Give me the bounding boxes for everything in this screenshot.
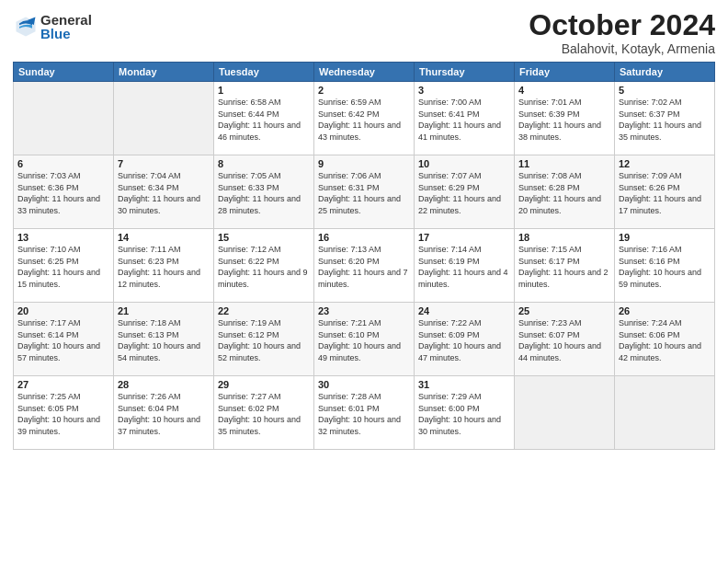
header: General Blue October 2024 Balahovit, Kot… bbox=[13, 9, 715, 56]
calendar-week-row: 13Sunrise: 7:10 AMSunset: 6:25 PMDayligh… bbox=[14, 229, 715, 303]
calendar-cell: 31Sunrise: 7:29 AMSunset: 6:00 PMDayligh… bbox=[415, 376, 515, 450]
calendar-cell: 21Sunrise: 7:18 AMSunset: 6:13 PMDayligh… bbox=[114, 303, 214, 376]
day-detail: Sunrise: 7:22 AMSunset: 6:09 PMDaylight:… bbox=[418, 317, 510, 363]
calendar-cell bbox=[615, 376, 715, 450]
calendar-cell: 22Sunrise: 7:19 AMSunset: 6:12 PMDayligh… bbox=[214, 303, 314, 376]
calendar-cell: 16Sunrise: 7:13 AMSunset: 6:20 PMDayligh… bbox=[314, 229, 415, 303]
day-detail: Sunrise: 7:07 AMSunset: 6:29 PMDaylight:… bbox=[418, 170, 510, 216]
day-detail: Sunrise: 7:21 AMSunset: 6:10 PMDaylight:… bbox=[318, 317, 410, 363]
day-number: 15 bbox=[218, 232, 310, 243]
calendar-week-row: 1Sunrise: 6:58 AMSunset: 6:44 PMDaylight… bbox=[14, 82, 715, 155]
calendar-cell: 24Sunrise: 7:22 AMSunset: 6:09 PMDayligh… bbox=[415, 303, 515, 376]
day-number: 21 bbox=[118, 305, 210, 316]
calendar-cell: 8Sunrise: 7:05 AMSunset: 6:33 PMDaylight… bbox=[214, 155, 314, 229]
day-number: 2 bbox=[318, 85, 410, 96]
calendar-cell bbox=[515, 376, 615, 450]
weekday-header-tuesday: Tuesday bbox=[214, 63, 314, 82]
logo-text: General Blue bbox=[40, 13, 92, 40]
calendar-cell: 30Sunrise: 7:28 AMSunset: 6:01 PMDayligh… bbox=[314, 376, 415, 450]
day-number: 27 bbox=[17, 379, 109, 390]
title-block: October 2024 Balahovit, Kotayk, Armenia bbox=[529, 9, 715, 56]
logo-icon bbox=[13, 14, 39, 40]
weekday-header-monday: Monday bbox=[114, 63, 214, 82]
day-number: 30 bbox=[318, 379, 410, 390]
logo-blue: Blue bbox=[40, 27, 92, 40]
calendar-cell: 2Sunrise: 6:59 AMSunset: 6:42 PMDaylight… bbox=[314, 82, 415, 155]
calendar-cell: 17Sunrise: 7:14 AMSunset: 6:19 PMDayligh… bbox=[415, 229, 515, 303]
calendar-cell: 26Sunrise: 7:24 AMSunset: 6:06 PMDayligh… bbox=[615, 303, 715, 376]
day-detail: Sunrise: 7:06 AMSunset: 6:31 PMDaylight:… bbox=[318, 170, 410, 216]
weekday-header-thursday: Thursday bbox=[415, 63, 515, 82]
calendar-cell: 20Sunrise: 7:17 AMSunset: 6:14 PMDayligh… bbox=[14, 303, 114, 376]
day-number: 13 bbox=[17, 232, 109, 243]
day-number: 3 bbox=[418, 85, 510, 96]
day-detail: Sunrise: 7:24 AMSunset: 6:06 PMDaylight:… bbox=[619, 317, 711, 363]
day-detail: Sunrise: 7:14 AMSunset: 6:19 PMDaylight:… bbox=[418, 244, 510, 290]
weekday-header-sunday: Sunday bbox=[14, 63, 114, 82]
day-number: 9 bbox=[318, 158, 410, 169]
weekday-header-wednesday: Wednesday bbox=[314, 63, 415, 82]
day-detail: Sunrise: 7:18 AMSunset: 6:13 PMDaylight:… bbox=[118, 317, 210, 363]
day-number: 7 bbox=[118, 158, 210, 169]
day-number: 6 bbox=[17, 158, 109, 169]
weekday-header-saturday: Saturday bbox=[615, 63, 715, 82]
day-detail: Sunrise: 6:59 AMSunset: 6:42 PMDaylight:… bbox=[318, 97, 410, 143]
logo-general: General bbox=[40, 13, 92, 27]
day-number: 22 bbox=[218, 305, 310, 316]
day-detail: Sunrise: 7:15 AMSunset: 6:17 PMDaylight:… bbox=[518, 244, 610, 290]
day-detail: Sunrise: 7:03 AMSunset: 6:36 PMDaylight:… bbox=[17, 170, 109, 216]
day-detail: Sunrise: 7:27 AMSunset: 6:02 PMDaylight:… bbox=[218, 391, 310, 437]
day-number: 4 bbox=[518, 85, 610, 96]
calendar-week-row: 6Sunrise: 7:03 AMSunset: 6:36 PMDaylight… bbox=[14, 155, 715, 229]
day-number: 17 bbox=[418, 232, 510, 243]
day-detail: Sunrise: 7:05 AMSunset: 6:33 PMDaylight:… bbox=[218, 170, 310, 216]
calendar-cell: 18Sunrise: 7:15 AMSunset: 6:17 PMDayligh… bbox=[515, 229, 615, 303]
day-detail: Sunrise: 6:58 AMSunset: 6:44 PMDaylight:… bbox=[218, 97, 310, 143]
day-number: 29 bbox=[218, 379, 310, 390]
calendar-cell: 14Sunrise: 7:11 AMSunset: 6:23 PMDayligh… bbox=[114, 229, 214, 303]
calendar-cell: 10Sunrise: 7:07 AMSunset: 6:29 PMDayligh… bbox=[415, 155, 515, 229]
calendar-cell: 7Sunrise: 7:04 AMSunset: 6:34 PMDaylight… bbox=[114, 155, 214, 229]
day-number: 10 bbox=[418, 158, 510, 169]
day-number: 24 bbox=[418, 305, 510, 316]
day-detail: Sunrise: 7:16 AMSunset: 6:16 PMDaylight:… bbox=[619, 244, 711, 290]
day-number: 20 bbox=[17, 305, 109, 316]
calendar-cell: 15Sunrise: 7:12 AMSunset: 6:22 PMDayligh… bbox=[214, 229, 314, 303]
weekday-header-row: SundayMondayTuesdayWednesdayThursdayFrid… bbox=[14, 63, 715, 82]
calendar-cell: 23Sunrise: 7:21 AMSunset: 6:10 PMDayligh… bbox=[314, 303, 415, 376]
day-number: 16 bbox=[318, 232, 410, 243]
calendar-week-row: 27Sunrise: 7:25 AMSunset: 6:05 PMDayligh… bbox=[14, 376, 715, 450]
calendar-cell bbox=[114, 82, 214, 155]
day-number: 5 bbox=[619, 85, 711, 96]
day-detail: Sunrise: 7:28 AMSunset: 6:01 PMDaylight:… bbox=[318, 391, 410, 437]
day-number: 25 bbox=[518, 305, 610, 316]
weekday-header-friday: Friday bbox=[515, 63, 615, 82]
calendar-cell: 27Sunrise: 7:25 AMSunset: 6:05 PMDayligh… bbox=[14, 376, 114, 450]
day-number: 1 bbox=[218, 85, 310, 96]
logo: General Blue bbox=[13, 13, 92, 40]
day-detail: Sunrise: 7:04 AMSunset: 6:34 PMDaylight:… bbox=[118, 170, 210, 216]
calendar-cell: 6Sunrise: 7:03 AMSunset: 6:36 PMDaylight… bbox=[14, 155, 114, 229]
day-detail: Sunrise: 7:10 AMSunset: 6:25 PMDaylight:… bbox=[17, 244, 109, 290]
calendar-cell: 4Sunrise: 7:01 AMSunset: 6:39 PMDaylight… bbox=[515, 82, 615, 155]
day-detail: Sunrise: 7:01 AMSunset: 6:39 PMDaylight:… bbox=[518, 97, 610, 143]
day-detail: Sunrise: 7:25 AMSunset: 6:05 PMDaylight:… bbox=[17, 391, 109, 437]
day-detail: Sunrise: 7:12 AMSunset: 6:22 PMDaylight:… bbox=[218, 244, 310, 290]
day-number: 26 bbox=[619, 305, 711, 316]
day-number: 23 bbox=[318, 305, 410, 316]
day-number: 11 bbox=[518, 158, 610, 169]
month-title: October 2024 bbox=[529, 9, 715, 41]
day-number: 31 bbox=[418, 379, 510, 390]
day-number: 12 bbox=[619, 158, 711, 169]
day-number: 28 bbox=[118, 379, 210, 390]
day-number: 14 bbox=[118, 232, 210, 243]
day-detail: Sunrise: 7:00 AMSunset: 6:41 PMDaylight:… bbox=[418, 97, 510, 143]
calendar-cell: 19Sunrise: 7:16 AMSunset: 6:16 PMDayligh… bbox=[615, 229, 715, 303]
calendar-cell: 13Sunrise: 7:10 AMSunset: 6:25 PMDayligh… bbox=[14, 229, 114, 303]
day-detail: Sunrise: 7:11 AMSunset: 6:23 PMDaylight:… bbox=[118, 244, 210, 290]
calendar-cell: 28Sunrise: 7:26 AMSunset: 6:04 PMDayligh… bbox=[114, 376, 214, 450]
calendar-cell: 1Sunrise: 6:58 AMSunset: 6:44 PMDaylight… bbox=[214, 82, 314, 155]
calendar-cell: 29Sunrise: 7:27 AMSunset: 6:02 PMDayligh… bbox=[214, 376, 314, 450]
calendar-table: SundayMondayTuesdayWednesdayThursdayFrid… bbox=[13, 62, 715, 450]
day-detail: Sunrise: 7:09 AMSunset: 6:26 PMDaylight:… bbox=[619, 170, 711, 216]
